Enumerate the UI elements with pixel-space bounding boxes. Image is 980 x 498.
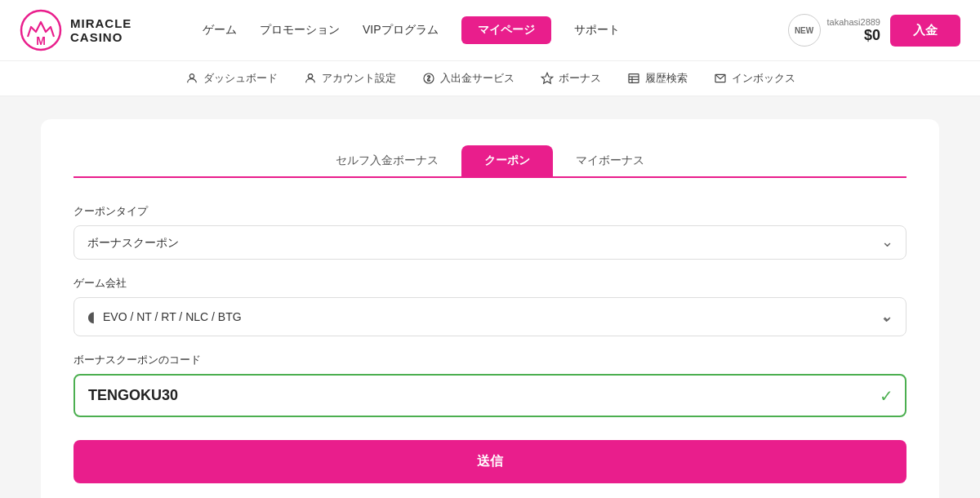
game-company-select[interactable]: ◖ EVO / NT / RT / NLC / BTG ⌄: [74, 297, 906, 336]
tab-coupon[interactable]: クーポン: [461, 145, 553, 178]
submit-button[interactable]: 送信: [74, 440, 906, 483]
user-balance-block: takahasi2889 $0: [827, 17, 880, 44]
sub-nav-deposit[interactable]: 入出金サービス: [422, 71, 514, 86]
nav-item-promotion[interactable]: プロモーション: [260, 20, 340, 41]
coupon-code-label: ボーナスクーポンのコード: [74, 353, 906, 367]
header: M MIRACLE CASINO ゲーム プロモーション VIPプログラム マイ…: [0, 0, 980, 61]
nav-item-mypage[interactable]: マイページ: [461, 16, 551, 44]
person-icon: [185, 72, 198, 85]
balance-display: $0: [864, 27, 880, 44]
sub-nav-history[interactable]: 履歴検索: [627, 71, 688, 86]
coupon-code-input[interactable]: [74, 374, 906, 417]
sub-nav-bonus[interactable]: ボーナス: [541, 71, 601, 86]
game-company-label: ゲーム会社: [74, 276, 906, 291]
coupon-form: クーポンタイプ ボーナスクーポン ゲーム会社 ◖ EVO / NT / RT /…: [74, 204, 906, 483]
coupon-type-select[interactable]: ボーナスクーポン: [74, 225, 906, 260]
checkmark-icon: ✓: [880, 386, 893, 406]
svg-text:M: M: [36, 34, 46, 47]
tab-self-deposit[interactable]: セルフ入金ボーナス: [313, 145, 461, 178]
game-company-icon: ◖: [87, 308, 95, 326]
svg-point-2: [189, 74, 194, 78]
main-nav: ゲーム プロモーション VIPプログラム マイページ サポート: [203, 16, 768, 44]
star-icon: [541, 72, 554, 85]
coupon-code-wrapper: ✓: [74, 374, 906, 417]
coupon-type-group: クーポンタイプ ボーナスクーポン: [74, 204, 906, 260]
content-card: セルフ入金ボーナス クーポン マイボーナス クーポンタイプ ボーナスクーポン ゲ…: [41, 119, 939, 498]
tab-bar: セルフ入金ボーナス クーポン マイボーナス: [74, 145, 906, 178]
sub-navigation: ダッシュボード アカウント設定 入出金サービス ボーナス 履歴検索 インボックス: [0, 61, 980, 96]
nav-item-vip[interactable]: VIPプログラム: [363, 20, 439, 41]
dropdown-chevron-icon: ⌄: [880, 308, 893, 326]
user-section: NEW takahasi2889 $0 入金: [788, 14, 960, 47]
coupon-type-select-wrapper: ボーナスクーポン: [74, 225, 906, 260]
username-label: takahasi2889: [827, 17, 880, 27]
sub-nav-dashboard[interactable]: ダッシュボード: [185, 71, 278, 86]
svg-rect-7: [629, 74, 639, 83]
game-company-group: ゲーム会社 ◖ EVO / NT / RT / NLC / BTG ⌄: [74, 276, 906, 336]
logo[interactable]: M MIRACLE CASINO: [20, 9, 183, 51]
account-icon: [304, 72, 317, 85]
game-company-value: EVO / NT / RT / NLC / BTG: [103, 310, 242, 323]
coupon-code-group: ボーナスクーポンのコード ✓: [74, 353, 906, 417]
nav-item-game[interactable]: ゲーム: [203, 20, 237, 41]
nav-item-support[interactable]: サポート: [574, 20, 620, 41]
deposit-button[interactable]: 入金: [890, 15, 960, 47]
tab-my-bonus[interactable]: マイボーナス: [553, 145, 667, 178]
sub-nav-inbox[interactable]: インボックス: [714, 71, 795, 86]
logo-icon: M: [20, 9, 62, 51]
game-company-select-wrapper: ◖ EVO / NT / RT / NLC / BTG ⌄: [74, 297, 906, 336]
dollar-icon: [422, 72, 435, 85]
main-content: セルフ入金ボーナス クーポン マイボーナス クーポンタイプ ボーナスクーポン ゲ…: [0, 96, 980, 498]
mail-icon: [714, 72, 727, 85]
sub-nav-account[interactable]: アカウント設定: [304, 71, 396, 86]
coupon-type-label: クーポンタイプ: [74, 204, 906, 219]
brand-name: MIRACLE CASINO: [70, 16, 131, 44]
new-badge: NEW: [788, 14, 821, 47]
svg-marker-6: [541, 73, 552, 83]
table-icon: [627, 72, 640, 85]
